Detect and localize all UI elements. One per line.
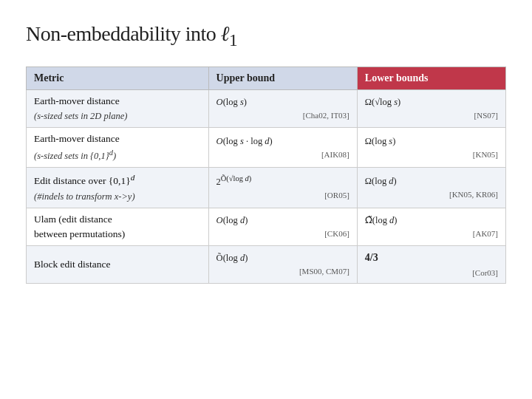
title-ell: ℓ xyxy=(221,22,229,45)
metric-cell-3: Edit distance over {0,1}d (#indels to tr… xyxy=(27,167,209,208)
table-header-row: Metric Upper bound Lower bounds xyxy=(27,66,506,89)
upper-cell-5: Õ(log d) [MS00, CM07] xyxy=(208,246,357,284)
metric-cell-5: Block edit distance xyxy=(27,246,209,284)
metric-cell-1: Earth-mover distance (s-sized sets in 2D… xyxy=(27,89,209,128)
lower-cell-1: Ω(√log s) [NS07] xyxy=(357,89,505,128)
lower-cell-3: Ω(log d) [KN05, KR06] xyxy=(357,167,505,208)
upper-cell-4: O(log d) [CK06] xyxy=(208,208,357,246)
page-title: Non-embeddability into ℓ1 xyxy=(26,22,506,50)
page: Non-embeddability into ℓ1 Metric Upper b… xyxy=(0,0,532,306)
upper-cell-3: 2Õ(√log d) [OR05] xyxy=(208,167,357,208)
table-row: Edit distance over {0,1}d (#indels to tr… xyxy=(27,167,506,208)
table-row: Earth-mover distance (s-sized sets in {0… xyxy=(27,128,506,168)
metric-cell-4: Ulam (edit distance between permutations… xyxy=(27,208,209,246)
metric-cell-2: Earth-mover distance (s-sized sets in {0… xyxy=(27,128,209,168)
title-subscript: 1 xyxy=(229,30,237,50)
upper-cell-1: O(log s) [Cha02, IT03] xyxy=(208,89,357,128)
lower-cell-4: Ω̃(log d) [AK07] xyxy=(357,208,505,246)
col-header-upper: Upper bound xyxy=(208,66,357,89)
title-prefix: Non-embeddability into xyxy=(26,22,221,45)
main-table: Metric Upper bound Lower bounds Earth-mo… xyxy=(26,66,506,284)
col-header-lower: Lower bounds xyxy=(357,66,505,89)
col-header-metric: Metric xyxy=(27,66,209,89)
lower-cell-2: Ω(log s) [KN05] xyxy=(357,128,505,168)
upper-cell-2: O(log s · log d) [AIK08] xyxy=(208,128,357,168)
table-row: Earth-mover distance (s-sized sets in 2D… xyxy=(27,89,506,128)
table-row: Block edit distance Õ(log d) [MS00, CM07… xyxy=(27,246,506,284)
table-row: Ulam (edit distance between permutations… xyxy=(27,208,506,246)
lower-cell-5: 4/3 [Cor03] xyxy=(357,246,505,284)
